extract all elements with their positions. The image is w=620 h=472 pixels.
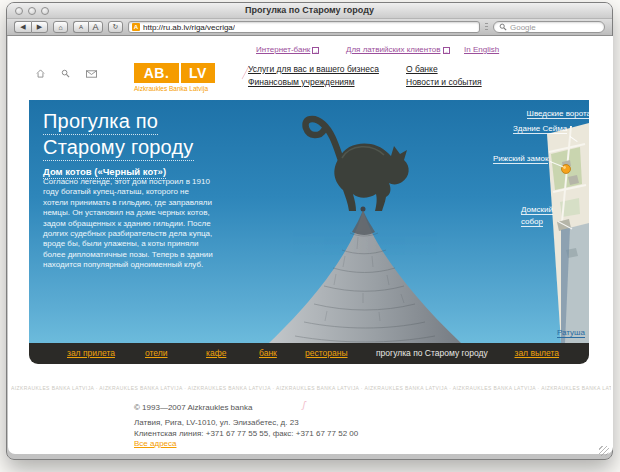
logo-block-lv: LV (181, 63, 215, 83)
bottomnav-departures[interactable]: зал вылета (514, 343, 559, 364)
map-label-riga-castle[interactable]: Рижский замок (493, 154, 548, 164)
hero-banner: Прогулка по Старому городу Дом котов («Ч… (29, 100, 589, 343)
footer-address: Латвия, Рига, LV-1010, ул. Элизабетес, д… (134, 417, 299, 428)
menu-news-events[interactable]: Новости и события (406, 77, 482, 87)
history-buttons: ◀ ▶ (14, 21, 48, 33)
logo-block-ab: AB. (134, 63, 179, 83)
search-field[interactable]: Google (493, 21, 605, 33)
bottomnav-current-page: прогулка по Старому городу (376, 343, 488, 364)
menu-financial-institutions[interactable]: Финансовым учреждениям (248, 77, 355, 87)
browser-toolbar: ◀ ▶ ⌂ A A ↻ A http://ru.ab.lv/riga/vecri… (7, 19, 612, 36)
hero-paragraph: Согласно легенде, этот дом построил в 19… (43, 177, 213, 271)
external-link-icon: → (443, 47, 450, 54)
logo-tagline: Aizkraukles Banka Latvija (134, 85, 215, 92)
bottomnav-restaurants[interactable]: рестораны (305, 343, 348, 364)
address-bar[interactable]: A http://ru.ab.lv/riga/vecriga/ (128, 21, 480, 33)
site-favicon: A (132, 23, 140, 31)
reload-button[interactable]: ↻ (108, 21, 123, 33)
search-icon[interactable] (61, 69, 70, 78)
page-title-line2: Старому городу (43, 136, 194, 161)
larger-text-button[interactable]: A (88, 21, 103, 33)
menu-about-bank[interactable]: О банке (406, 64, 438, 74)
smaller-text-button[interactable]: A (73, 21, 88, 33)
bottomnav-cafe[interactable]: кафе (206, 343, 226, 364)
footer-copyright: © 1993—2007 Aizkraukles banka (134, 402, 252, 413)
decorative-mark: ʃ (302, 399, 306, 410)
window-controls (15, 7, 49, 15)
map-label-swedish-gate[interactable]: Шведские ворота (527, 109, 589, 119)
back-button[interactable]: ◀ (14, 21, 31, 33)
toolbar-divider[interactable] (485, 23, 488, 31)
ablv-logo[interactable]: AB. LV Aizkraukles Banka Latvija (134, 63, 215, 92)
nav-in-english[interactable]: In English (464, 45, 499, 54)
map-label-dom-cathedral-2[interactable]: собор (521, 217, 543, 227)
map-label-dom-cathedral-1[interactable]: Домский (521, 205, 553, 215)
forward-button[interactable]: ▶ (31, 21, 48, 33)
bottomnav-arrivals[interactable]: зал прилета (67, 343, 115, 364)
footer-phones: Клиентская линия: +371 67 77 55 55, факс… (134, 428, 358, 439)
window-resize-grip[interactable] (599, 446, 609, 456)
bottomnav-hotels[interactable]: отели (145, 343, 168, 364)
search-icon (499, 23, 507, 31)
cat-statue-photo (241, 106, 491, 343)
footer-all-addresses-link[interactable]: Все адреса (134, 439, 176, 448)
nav-internet-bank[interactable]: Интернет-банк→ (256, 45, 319, 54)
text-size-buttons: A A (73, 21, 103, 33)
menu-services[interactable]: Услуги для вас и вашего бизнеса (248, 64, 379, 74)
bottomnav-bank[interactable]: банк (259, 343, 277, 364)
nav-latvian-clients[interactable]: Для латвийских клиентов→ (346, 45, 450, 54)
brand-watermark-strip: AIZKRAUKLES BANKA LATVIJA · AIZKRAUKLES … (11, 385, 611, 391)
bottom-nav-bar: зал прилета отели кафе банк рестораны пр… (29, 343, 589, 364)
zoom-window-button[interactable] (41, 7, 49, 15)
close-window-button[interactable] (15, 7, 23, 15)
page-content: Интернет-банк→ Для латвийских клиентов→ … (8, 36, 613, 454)
url-text[interactable]: http://ru.ab.lv/riga/vecriga/ (143, 23, 235, 32)
home-icon[interactable] (36, 69, 45, 78)
minimize-window-button[interactable] (28, 7, 36, 15)
window-title: Прогулка по Старому городу (7, 3, 612, 18)
mail-icon[interactable] (86, 70, 97, 78)
page-title-line1: Прогулка по (43, 110, 158, 135)
home-button[interactable]: ⌂ (53, 21, 68, 33)
map-label-town-hall[interactable]: Ратуша (557, 328, 585, 338)
window-titlebar[interactable]: Прогулка по Старому городу (7, 3, 612, 19)
map-label-saeima[interactable]: Здание Сейма (513, 124, 567, 134)
external-link-icon: → (312, 47, 319, 54)
search-placeholder: Google (510, 23, 536, 32)
browser-window: Прогулка по Старому городу ◀ ▶ ⌂ A A ↻ A… (6, 2, 613, 460)
